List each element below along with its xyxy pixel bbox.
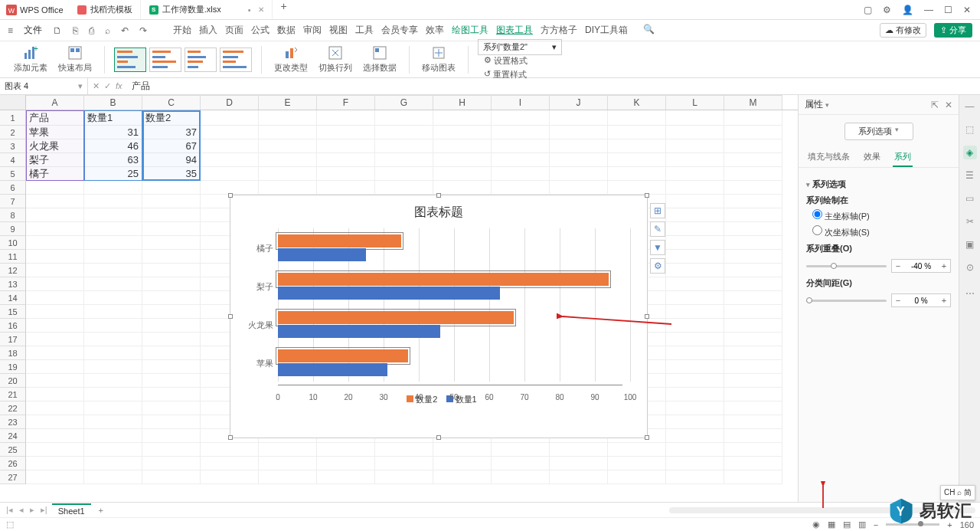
move-chart-button[interactable]: 移动图表 <box>419 45 459 74</box>
view-normal-icon[interactable]: ▦ <box>828 520 835 529</box>
name-box[interactable]: 图表 4▾ <box>0 78 88 94</box>
cell[interactable]: 数量2 <box>142 110 201 126</box>
chart-style-1[interactable] <box>114 48 146 72</box>
settings-icon[interactable]: ⚙ <box>883 5 891 15</box>
cell[interactable] <box>142 443 201 457</box>
tab-series[interactable]: 系列 <box>893 148 913 167</box>
tab-fill[interactable]: 填充与线条 <box>806 148 851 167</box>
cell[interactable] <box>26 415 84 429</box>
cell[interactable] <box>26 457 84 470</box>
cell[interactable] <box>142 277 201 291</box>
cell[interactable] <box>608 457 666 470</box>
cell[interactable] <box>724 374 782 388</box>
cell[interactable] <box>550 110 608 126</box>
cell[interactable] <box>317 167 375 181</box>
cell[interactable] <box>375 470 433 484</box>
cell[interactable] <box>433 153 492 167</box>
row-header[interactable]: 19 <box>0 360 26 374</box>
side-outline-icon[interactable]: ☰ <box>963 169 977 182</box>
bar-series2[interactable] <box>278 349 408 362</box>
row-header[interactable]: 7 <box>0 195 26 208</box>
row-header[interactable]: 22 <box>0 402 26 415</box>
cell[interactable] <box>84 181 142 195</box>
cell[interactable] <box>26 236 84 250</box>
new-tab-button[interactable]: + <box>273 0 295 19</box>
cell[interactable] <box>26 277 84 291</box>
cell[interactable] <box>142 429 201 443</box>
cell[interactable] <box>550 167 608 181</box>
view-layout-icon[interactable]: ▤ <box>843 520 851 529</box>
row-header[interactable]: 13 <box>0 277 26 291</box>
cell[interactable] <box>724 195 782 208</box>
side-dots-icon[interactable]: ⋯ <box>963 287 977 300</box>
cell[interactable] <box>608 126 666 139</box>
cell[interactable] <box>84 250 142 264</box>
cell[interactable] <box>259 457 317 470</box>
cell[interactable] <box>666 208 724 222</box>
cell[interactable] <box>84 470 142 484</box>
cell[interactable] <box>724 470 782 484</box>
decrement-button[interactable]: − <box>892 260 904 272</box>
cell[interactable] <box>84 264 142 277</box>
cell[interactable] <box>608 443 666 457</box>
cell[interactable] <box>201 167 259 181</box>
secondary-axis-radio[interactable]: 次坐标轴(S) <box>812 225 951 238</box>
menu-view[interactable]: 视图 <box>329 24 348 37</box>
cell[interactable] <box>666 470 724 484</box>
cell[interactable] <box>142 388 201 402</box>
cell[interactable] <box>492 181 550 195</box>
cell[interactable] <box>201 153 259 167</box>
add-element-button[interactable]: + 添加元素 <box>11 45 51 74</box>
cell[interactable] <box>724 402 782 415</box>
cell[interactable] <box>724 333 782 346</box>
column-header[interactable]: M <box>724 95 782 110</box>
cell[interactable] <box>492 443 550 457</box>
cell[interactable] <box>666 374 724 388</box>
side-properties-icon[interactable]: ◈ <box>963 146 977 159</box>
cell[interactable] <box>142 222 201 236</box>
cell[interactable] <box>666 457 724 470</box>
cell[interactable] <box>26 360 84 374</box>
cell[interactable]: 37 <box>142 126 201 139</box>
column-header[interactable]: F <box>317 95 375 110</box>
cell[interactable] <box>201 126 259 139</box>
row-header[interactable]: 5 <box>0 167 26 181</box>
column-header[interactable]: B <box>84 95 142 110</box>
save-icon[interactable]: 🗋 <box>53 25 62 36</box>
cell[interactable] <box>84 457 142 470</box>
close-icon[interactable]: ✕ <box>945 100 952 110</box>
cell[interactable] <box>84 388 142 402</box>
cell[interactable] <box>259 443 317 457</box>
cell[interactable] <box>26 319 84 333</box>
cell[interactable] <box>666 126 724 139</box>
cell[interactable] <box>84 360 142 374</box>
cell[interactable] <box>142 264 201 277</box>
row-header[interactable]: 1 <box>0 110 26 126</box>
cell[interactable] <box>666 333 724 346</box>
cell[interactable] <box>26 208 84 222</box>
cell[interactable] <box>724 222 782 236</box>
cell[interactable] <box>433 457 492 470</box>
cell[interactable] <box>666 360 724 374</box>
chart-style-3[interactable] <box>185 48 217 72</box>
cell[interactable] <box>375 457 433 470</box>
column-header[interactable]: H <box>433 95 492 110</box>
print-icon[interactable]: ⎙ <box>89 25 94 36</box>
row-header[interactable]: 8 <box>0 208 26 222</box>
chart-style-4[interactable] <box>220 48 252 72</box>
cell[interactable] <box>142 305 201 319</box>
cell[interactable] <box>724 388 782 402</box>
preview-icon[interactable]: ⌕ <box>105 25 110 36</box>
cell[interactable] <box>666 346 724 360</box>
hamburger-icon[interactable]: ≡ <box>8 25 13 36</box>
cell[interactable]: 橘子 <box>26 167 84 181</box>
cell[interactable] <box>433 470 492 484</box>
overlap-spinner[interactable]: − + <box>891 259 951 273</box>
cell[interactable] <box>550 457 608 470</box>
cell[interactable] <box>317 457 375 470</box>
row-header[interactable]: 3 <box>0 139 26 153</box>
cell[interactable] <box>84 277 142 291</box>
cell[interactable] <box>26 402 84 415</box>
cell[interactable] <box>492 167 550 181</box>
sheet-last-icon[interactable]: ▸| <box>39 505 49 515</box>
